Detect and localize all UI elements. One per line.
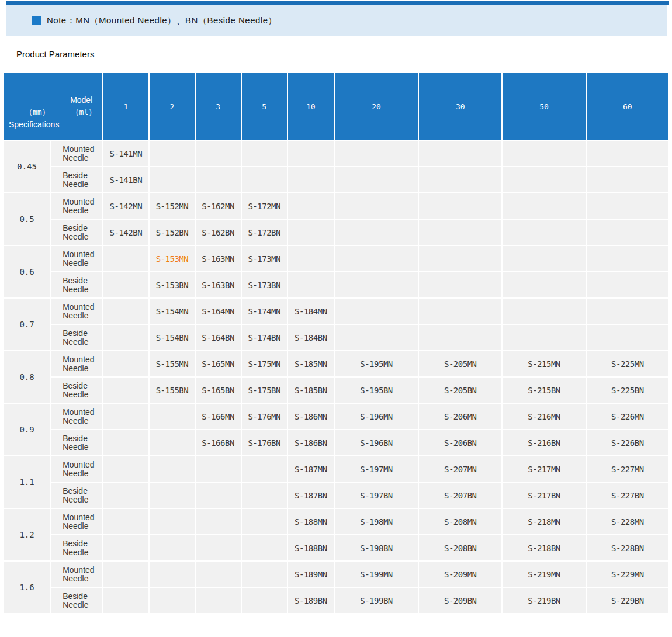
corner-specifications-label: Specifications [9,120,59,129]
spec-value-cell: 0.6 [4,246,50,297]
column-header-3: 3 [196,73,241,140]
needle-type-cell: MountedNeedle [51,246,102,271]
model-code-cell: S-226MN [587,404,668,429]
empty-cell [196,535,241,560]
spec-value-cell: 1.1 [4,456,50,508]
spec-value-cell: 0.9 [4,404,50,455]
needle-type-cell: MountedNeedle [51,509,102,534]
empty-cell [150,141,194,166]
empty-cell [587,246,668,271]
model-code-cell: S-197MN [335,456,418,482]
model-code-cell: S-172BN [242,220,287,245]
model-code-cell: S-218MN [503,509,585,534]
column-header-2: 2 [150,73,194,140]
model-code-cell: S-162BN [196,220,241,245]
table-row-beside: BesideNeedleS-141BN [4,167,668,192]
empty-cell [288,220,334,245]
model-code-cell: S-153MN [150,246,194,271]
empty-cell [288,193,334,219]
empty-cell [103,351,148,376]
needle-type-cell: BesideNeedle [51,378,102,403]
model-code-cell: S-155BN [150,378,194,403]
empty-cell [503,325,585,350]
model-code-cell: S-215MN [503,351,585,376]
empty-cell [503,272,585,297]
model-code-cell: S-225BN [587,378,668,403]
table-row-beside: BesideNeedleS-188BNS-198BNS-208BNS-218BN… [4,535,668,560]
column-header-5: 5 [242,73,287,140]
needle-type-cell: BesideNeedle [51,588,102,613]
model-code-cell: S-165BN [196,378,241,403]
model-code-cell: S-185BN [288,378,334,403]
empty-cell [419,246,501,271]
spec-value-cell: 0.8 [4,351,50,403]
model-code-cell: S-208BN [419,535,501,560]
empty-cell [419,272,501,297]
column-header-50: 50 [503,73,585,140]
table-row-mounted: 0.7MountedNeedleS-154MNS-164MNS-174MNS-1… [4,299,668,324]
table-row-beside: BesideNeedleS-153BNS-163BNS-173BN [4,272,668,297]
empty-cell [503,246,585,271]
empty-cell [150,562,194,587]
model-code-cell: S-173MN [242,246,287,271]
model-code-cell: S-164MN [196,299,241,324]
empty-cell [242,535,287,560]
table-corner-cell: Model （ml） （mm） Specifications [4,73,102,140]
model-code-cell: S-162MN [196,193,241,219]
table-row-mounted: 1.1MountedNeedleS-187MNS-197MNS-207MNS-2… [4,456,668,482]
table-row-beside: BesideNeedleS-166BNS-176BNS-186BNS-196BN… [4,430,668,455]
empty-cell [196,562,241,587]
model-code-cell: S-186MN [288,404,334,429]
empty-cell [103,299,148,324]
section-title: Product Parameters [16,49,94,59]
model-code-cell: S-173BN [242,272,287,297]
needle-type-cell: BesideNeedle [51,535,102,560]
needle-type-cell: BesideNeedle [51,167,102,192]
model-code-cell: S-228MN [587,509,668,534]
model-code-cell: S-141MN [103,141,148,166]
empty-cell [103,562,148,587]
empty-cell [150,588,194,613]
model-code-cell: S-229MN [587,562,668,587]
model-code-cell: S-217BN [503,483,585,508]
model-code-cell: S-166MN [196,404,241,429]
model-code-cell: S-196BN [335,430,418,455]
model-code-cell: S-207MN [419,456,501,482]
empty-cell [335,193,418,219]
empty-cell [587,325,668,350]
empty-cell [419,220,501,245]
model-code-cell: S-195BN [335,378,418,403]
model-code-cell: S-229BN [587,588,668,613]
empty-cell [196,167,241,192]
empty-cell [587,167,668,192]
note-text: Note：MN（Mounted Needle）、BN（Beside Needle… [47,15,277,26]
model-code-cell: S-219BN [503,588,585,613]
model-code-cell: S-205MN [419,351,501,376]
model-code-cell: S-217MN [503,456,585,482]
empty-cell [335,167,418,192]
model-code-cell: S-227MN [587,456,668,482]
needle-type-cell: BesideNeedle [51,272,102,297]
model-code-cell: S-215BN [503,378,585,403]
model-code-cell: S-153BN [150,272,194,297]
model-code-cell: S-227BN [587,483,668,508]
table-row-mounted: 1.6MountedNeedleS-189MNS-199MNS-209MNS-2… [4,562,668,587]
corner-ml-unit: （ml） [72,107,96,117]
needle-type-cell: BesideNeedle [51,325,102,350]
empty-cell [419,193,501,219]
empty-cell [242,588,287,613]
table-row-beside: BesideNeedleS-154BNS-164BNS-174BNS-184BN [4,325,668,350]
empty-cell [335,299,418,324]
model-code-cell: S-152MN [150,193,194,219]
note-bullet-icon [32,16,41,25]
model-code-cell: S-155MN [150,351,194,376]
empty-cell [288,272,334,297]
spec-value-cell: 1.6 [4,562,50,613]
empty-cell [242,562,287,587]
empty-cell [503,141,585,166]
model-code-cell: S-209MN [419,562,501,587]
empty-cell [103,430,148,455]
empty-cell [587,193,668,219]
empty-cell [335,272,418,297]
model-code-cell: S-216MN [503,404,585,429]
